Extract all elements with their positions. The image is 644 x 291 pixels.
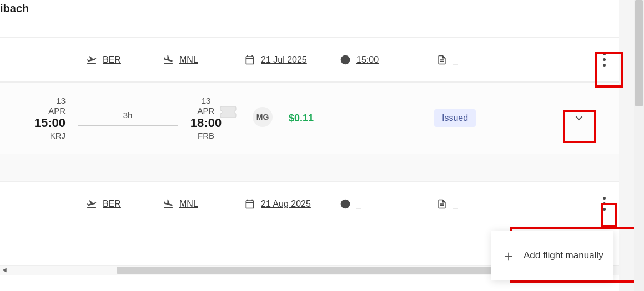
doc-cell: _ <box>436 198 458 210</box>
document-icon <box>436 54 447 65</box>
scroll-thumb[interactable] <box>117 267 505 274</box>
dep-airport: KRJ <box>50 131 66 140</box>
calendar-icon <box>244 198 255 210</box>
duration-line <box>78 125 178 126</box>
vertical-scrollbar[interactable] <box>634 0 644 291</box>
plus-icon: ＋ <box>501 246 516 266</box>
dep-time: 15:00 <box>34 116 66 130</box>
arrival-cell: MNL <box>163 198 198 210</box>
time-value: 15:00 <box>356 55 379 65</box>
arr-code: MNL <box>179 55 198 65</box>
trip-row[interactable]: BER MNL 21 Aug 2025 _ _ <box>0 182 619 226</box>
time-value: _ <box>356 199 361 209</box>
more-menu-button[interactable] <box>596 191 612 217</box>
date-cell: 21 Jul 2025 <box>244 54 307 65</box>
time-cell: _ <box>340 198 361 210</box>
doc-cell: _ <box>436 54 458 65</box>
arrival-cell: MNL <box>163 54 198 65</box>
time-cell: 15:00 <box>340 54 379 65</box>
date-value: 21 Jul 2025 <box>261 55 307 65</box>
duration-block: 3h <box>78 110 178 126</box>
doc-value: _ <box>453 199 458 209</box>
add-flight-manually-button[interactable]: ＋ Add flight manually <box>491 231 613 280</box>
departure-cell: BER <box>86 54 121 65</box>
trip-row[interactable]: BER MNL 21 Jul 2025 15:00 _ <box>0 38 619 82</box>
clock-icon <box>340 198 351 210</box>
more-menu-button[interactable] <box>596 47 612 73</box>
departure-block: 13 APR 15:00 KRJ <box>27 96 66 140</box>
flight-land-icon <box>163 198 174 210</box>
ticket-icon <box>220 106 237 118</box>
carrier-badge: MG <box>253 107 273 127</box>
clock-icon <box>340 54 351 65</box>
spacer <box>0 154 619 182</box>
arrival-block: 13 APR 18:00 FRB <box>187 96 225 140</box>
date-value: 21 Aug 2025 <box>261 199 311 209</box>
status-badge: Issued <box>434 109 476 127</box>
arr-time: 18:00 <box>190 116 222 130</box>
scroll-left-arrow[interactable]: ◀ <box>2 267 7 273</box>
departure-cell: BER <box>86 198 121 210</box>
arr-code: MNL <box>179 199 198 209</box>
page-title: ibach <box>0 0 619 38</box>
calendar-icon <box>244 54 255 65</box>
flight-detail-row: 13 APR 15:00 KRJ 3h 13 APR 18:00 FRB MG … <box>0 82 619 154</box>
flight-takeoff-icon <box>86 54 97 65</box>
dep-day: 13 <box>56 96 66 105</box>
duration-value: 3h <box>78 110 178 120</box>
price-value: $0.11 <box>289 113 314 124</box>
flight-takeoff-icon <box>86 198 97 210</box>
popup-label: Add flight manually <box>524 249 603 262</box>
arr-month: APR <box>198 106 215 115</box>
expand-toggle[interactable] <box>567 106 591 130</box>
document-icon <box>436 198 447 210</box>
date-cell: 21 Aug 2025 <box>244 198 311 210</box>
arr-day: 13 <box>202 96 211 105</box>
flight-land-icon <box>163 54 174 65</box>
doc-value: _ <box>453 55 458 65</box>
dep-code: BER <box>103 199 121 209</box>
arr-airport: FRB <box>198 131 214 140</box>
scroll-thumb[interactable] <box>635 0 643 106</box>
dep-month: APR <box>48 106 66 115</box>
dep-code: BER <box>103 55 121 65</box>
